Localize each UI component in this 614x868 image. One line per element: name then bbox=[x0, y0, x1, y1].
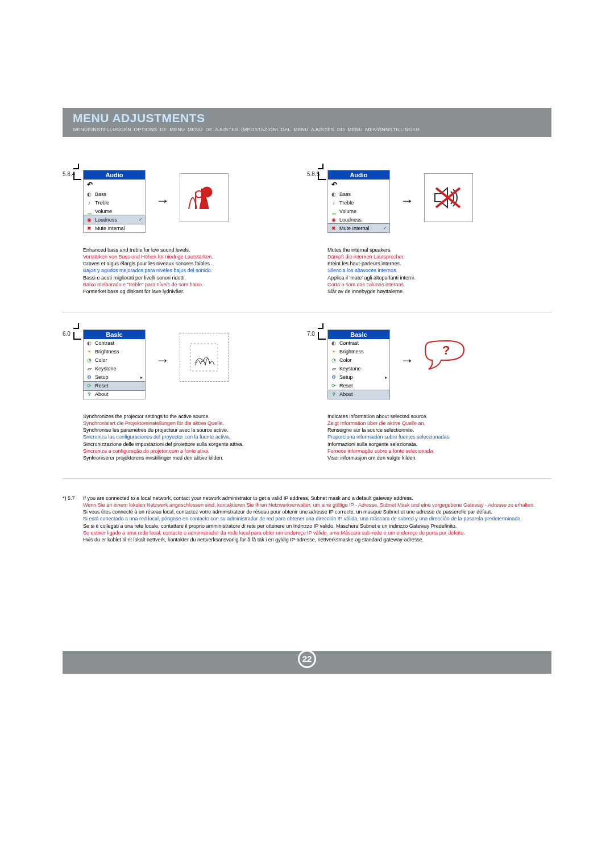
menu-item: ◐Bass bbox=[328, 190, 389, 198]
reset-icon: ⟳ bbox=[86, 382, 93, 389]
desc-line: Éteint les haut-parleurs internes. bbox=[327, 260, 544, 267]
check-icon: ✓ bbox=[383, 226, 387, 231]
mute-icon: ✖ bbox=[86, 225, 93, 232]
menu-item: ▁Volume bbox=[84, 207, 145, 215]
menu-item: ⟳Reset bbox=[328, 382, 389, 390]
arrow-right-icon: → bbox=[156, 193, 169, 208]
setup-icon: ⚙ bbox=[330, 374, 337, 381]
reset-icon: ⟳ bbox=[330, 382, 337, 389]
svg-text:?: ? bbox=[442, 343, 450, 357]
about-icon: ? bbox=[330, 391, 337, 398]
desc-line: Proporciona información sobre fuentes se… bbox=[327, 433, 544, 440]
menu-item: ☀Brightness bbox=[84, 348, 145, 356]
svg-rect-7 bbox=[190, 344, 218, 371]
desc-line: Synchronisiert die Projektoreinstellunge… bbox=[83, 420, 299, 427]
desc-line: Mutes the internal speakers. bbox=[327, 247, 544, 253]
menu-item: ◐Contrast bbox=[328, 339, 389, 348]
desc-line: Indicates information about selected sou… bbox=[327, 413, 544, 420]
menu-item: ☀Brightness bbox=[328, 348, 389, 356]
footnote-line: Se si è collegati a una rete locale, con… bbox=[83, 523, 551, 529]
desc-70: Indicates information about selected sou… bbox=[327, 413, 544, 461]
footnote-line: Wenn Sie an einem lokalen Netzwerk anges… bbox=[83, 502, 551, 508]
color-icon: ◔ bbox=[330, 357, 337, 364]
menu-title: Audio bbox=[328, 170, 389, 180]
bass-icon: ◐ bbox=[86, 191, 93, 198]
menu-item: ◐Bass bbox=[84, 190, 145, 198]
loudness-icon: ◉ bbox=[330, 216, 337, 223]
loudness-icon: ◉ bbox=[86, 216, 93, 223]
result-70-about-icon: ? bbox=[424, 333, 473, 382]
desc-line: Fornece informação sobre a fonte selecio… bbox=[327, 448, 544, 454]
menu-item-label: Mute Internal bbox=[339, 226, 381, 231]
back-row: ↶ bbox=[84, 180, 145, 190]
menu-item-label: Setup bbox=[95, 374, 138, 380]
result-584-loudness-icon bbox=[180, 173, 229, 222]
menu-item-label: Loudness bbox=[339, 217, 387, 223]
menu-item-label: Treble bbox=[339, 200, 387, 206]
arrow-right-icon: → bbox=[156, 352, 169, 368]
menu-item-label: Loudness bbox=[95, 217, 136, 223]
back-arrow-icon: ↶ bbox=[87, 181, 93, 189]
page-subtitle: MENÜEINSTELLUNGEN OPTIONS DE MENU MENÚ D… bbox=[73, 127, 541, 132]
menu-item-label: Keystone bbox=[95, 366, 143, 372]
contrast-icon: ◐ bbox=[86, 340, 93, 347]
check-icon: ✓ bbox=[139, 217, 143, 222]
footnote-line: Si está conectado a una red local, pónga… bbox=[83, 515, 551, 522]
menu-item-label: Treble bbox=[95, 200, 143, 206]
desc-line: Dämpft die internen Lautsprecher. bbox=[327, 253, 544, 260]
desc-line: Silencia los altavoces internos. bbox=[327, 267, 544, 274]
menu-title: Basic bbox=[328, 330, 389, 339]
submenu-icon: ▸ bbox=[385, 375, 387, 380]
brightness-icon: ☀ bbox=[86, 348, 93, 355]
menu-item-label: About bbox=[95, 391, 143, 397]
desc-line: Renseigne sur la source sélectionnée. bbox=[327, 427, 544, 433]
menu-item: ◔Color bbox=[84, 356, 145, 365]
bass-icon: ◐ bbox=[330, 191, 337, 198]
menu-item-label: Color bbox=[339, 357, 387, 363]
menu-item-label: Bass bbox=[95, 191, 143, 197]
contrast-icon: ◐ bbox=[330, 340, 337, 347]
keystone-icon: ▱ bbox=[86, 365, 93, 372]
menu-item-label: About bbox=[339, 391, 387, 397]
page-number-badge: 22 bbox=[298, 650, 316, 668]
result-60-reset-icon bbox=[180, 333, 229, 382]
desc-line: Enhanced bass and treble for low sound l… bbox=[83, 247, 299, 253]
menu-item: ◐Contrast bbox=[84, 339, 145, 348]
volume-icon: ▁ bbox=[86, 208, 93, 215]
desc-line: Informazioni sulla sorgente selezionata. bbox=[327, 441, 544, 448]
desc-line: Synchronizes the projector settings to t… bbox=[83, 413, 299, 420]
menu-item-label: Volume bbox=[95, 208, 143, 214]
menu-item: ⚙Setup▸ bbox=[328, 373, 389, 382]
menu-item-label: Setup bbox=[339, 374, 383, 380]
footnote-tag: *) 5.7 bbox=[63, 495, 83, 543]
back-row: ↶ bbox=[328, 180, 389, 190]
desc-585: Mutes the internal speakers. Dämpft die … bbox=[327, 247, 544, 295]
menu-item: ◉Loudness bbox=[328, 215, 389, 224]
menu-title: Basic bbox=[84, 330, 145, 339]
menu-item-label: Bass bbox=[339, 191, 387, 197]
menu-item-label: Brightness bbox=[339, 349, 387, 354]
menu-item-selected: ⟳Reset bbox=[84, 382, 145, 390]
desc-line: Bassi e acuti migliorati per livelli son… bbox=[83, 274, 299, 281]
menu-item-label: Contrast bbox=[339, 340, 387, 346]
menu-item: ▁Volume bbox=[328, 207, 389, 215]
menu-item: ♪Treble bbox=[84, 198, 145, 207]
desc-line: Sincroniza a configuração do projetor co… bbox=[83, 448, 299, 454]
back-arrow-icon: ↶ bbox=[331, 181, 337, 189]
treble-icon: ♪ bbox=[86, 199, 93, 206]
menu-item: ▱Keystone bbox=[84, 365, 145, 373]
desc-60: Synchronizes the projector settings to t… bbox=[83, 413, 299, 461]
treble-icon: ♪ bbox=[330, 199, 337, 206]
footnote-57: *) 5.7 If you are connected to a local n… bbox=[63, 495, 551, 543]
header-bar: MENU ADJUSTMENTS MENÜEINSTELLUNGEN OPTIO… bbox=[63, 108, 551, 137]
desc-line: Synkroniserer projektorens innstillinger… bbox=[83, 454, 299, 461]
menu-item: ▱Keystone bbox=[328, 365, 389, 373]
audio-menu-585: Audio ↶ ◐Bass ♪Treble ▁Volume ◉Loudness … bbox=[327, 170, 390, 233]
menu-item-label: Volume bbox=[339, 208, 387, 214]
volume-icon: ▁ bbox=[330, 208, 337, 215]
setup-icon: ⚙ bbox=[86, 374, 93, 381]
desc-line: Zeigt Information über die aktive Quelle… bbox=[327, 420, 544, 427]
menu-item: ◔Color bbox=[328, 356, 389, 365]
menu-item-label: Reset bbox=[339, 383, 387, 389]
menu-item: ?About bbox=[84, 390, 145, 399]
